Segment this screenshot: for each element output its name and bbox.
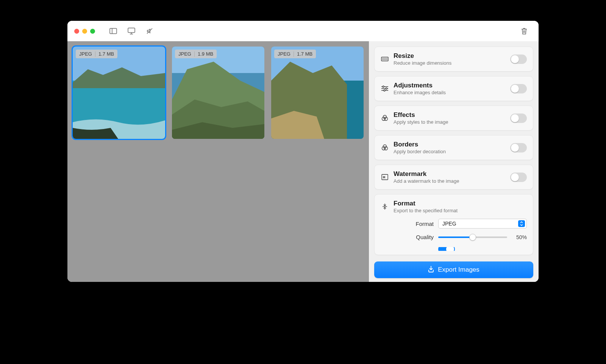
settings-sidebar: Resize Reduce image dimensions Adjustmen… <box>369 41 539 282</box>
svg-point-22 <box>384 90 385 91</box>
zoom-window-button[interactable] <box>90 29 95 34</box>
svg-rect-0 <box>110 28 117 34</box>
watermark-toggle[interactable] <box>510 173 527 182</box>
panel-title: Adjustments <box>394 82 506 89</box>
quality-slider[interactable] <box>438 236 507 238</box>
svg-rect-2 <box>128 28 135 33</box>
effects-toggle[interactable] <box>510 114 527 123</box>
panel-subtitle: Apply border decoration <box>394 149 506 154</box>
format-icon <box>381 203 389 210</box>
titlebar <box>67 21 539 41</box>
image-size-label: 1.7 MB <box>297 51 312 57</box>
panel-title: Borders <box>394 141 506 148</box>
export-button[interactable]: Export Images <box>374 261 533 278</box>
resize-icon <box>381 57 389 61</box>
panel-title: Format <box>394 200 527 207</box>
chevron-updown-icon <box>518 220 525 227</box>
adjustments-toggle[interactable] <box>510 84 527 93</box>
panel-title: Effects <box>394 111 506 119</box>
image-badge: JPEG 1.7 MB <box>274 50 316 58</box>
effects-panel[interactable]: Effects Apply styles to the image <box>374 106 533 131</box>
content-area: JPEG 1.7 MB JPEG 1.9 MB <box>67 41 539 282</box>
format-select-value: JPEG <box>442 221 456 227</box>
format-select[interactable]: JPEG <box>438 219 527 229</box>
image-format-label: JPEG <box>278 51 291 57</box>
image-thumbnail[interactable]: JPEG 1.7 MB <box>271 47 364 139</box>
panel-title: Resize <box>394 52 506 60</box>
svg-point-18 <box>383 86 384 87</box>
panel-subtitle: Export to the specified format <box>394 208 527 213</box>
trash-button[interactable] <box>517 25 532 37</box>
image-size-label: 1.7 MB <box>98 51 114 57</box>
format-label: Format <box>381 221 434 227</box>
panel-subtitle: Apply styles to the image <box>394 119 506 125</box>
panel-subtitle: Add a watermark to the image <box>394 178 506 184</box>
image-badge: JPEG 1.7 MB <box>76 50 117 58</box>
adjustments-panel[interactable]: Adjustments Enhance images details <box>374 76 533 101</box>
export-button-label: Export Images <box>438 266 479 274</box>
borders-panel[interactable]: Borders Apply border decoration <box>374 135 533 160</box>
watermark-panel[interactable]: Watermark Add a watermark to the image <box>374 165 533 190</box>
image-format-label: JPEG <box>79 51 92 57</box>
display-button[interactable] <box>124 25 139 37</box>
resize-toggle[interactable] <box>510 54 527 64</box>
panel-subtitle: Enhance images details <box>394 90 506 95</box>
borders-toggle[interactable] <box>510 143 527 152</box>
panel-title: Watermark <box>394 170 506 178</box>
image-badge: JPEG 1.9 MB <box>175 50 217 58</box>
quality-value: 50% <box>512 234 527 240</box>
format-panel: Format Export to the specified format Fo… <box>374 194 533 255</box>
minimize-window-button[interactable] <box>82 29 87 34</box>
sidebar-toggle-button[interactable] <box>106 25 121 37</box>
image-size-label: 1.9 MB <box>198 51 213 57</box>
effects-icon <box>381 115 389 121</box>
sliders-icon <box>381 86 389 92</box>
close-window-button[interactable] <box>74 29 79 34</box>
progressive-toggle[interactable] <box>438 247 455 251</box>
image-thumbnail[interactable]: JPEG 1.9 MB <box>172 47 264 139</box>
window-controls <box>74 29 95 34</box>
watermark-icon <box>381 174 389 180</box>
export-icon <box>428 266 434 274</box>
image-thumbnail[interactable]: JPEG 1.7 MB <box>73 47 165 139</box>
app-window: JPEG 1.7 MB JPEG 1.9 MB <box>67 21 539 282</box>
image-format-label: JPEG <box>178 51 191 57</box>
quality-label: Quality <box>381 234 434 240</box>
resize-panel[interactable]: Resize Reduce image dimensions <box>374 47 533 72</box>
panel-subtitle: Reduce image dimensions <box>394 60 506 66</box>
mute-icon[interactable] <box>142 25 157 37</box>
borders-icon <box>381 144 389 151</box>
svg-point-20 <box>386 88 387 89</box>
image-gallery[interactable]: JPEG 1.7 MB JPEG 1.9 MB <box>67 41 369 282</box>
